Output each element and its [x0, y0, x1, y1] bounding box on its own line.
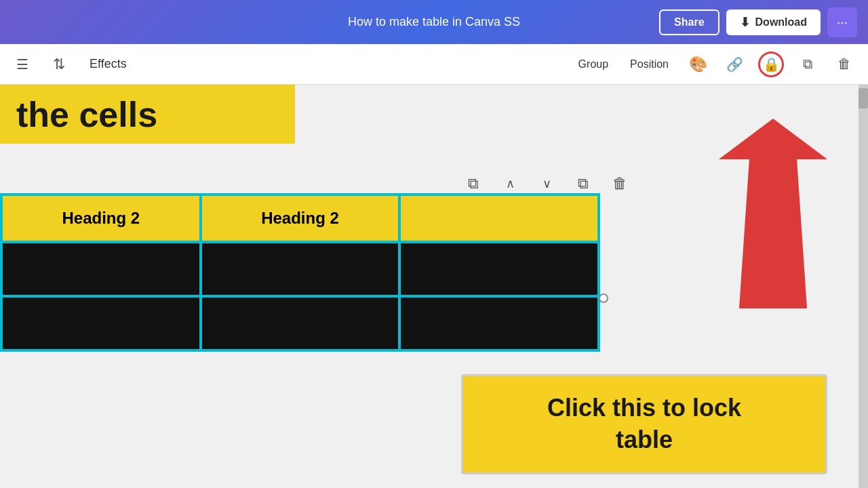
table-delete-icon: 🗑 [612, 175, 627, 192]
table-cell[interactable] [399, 296, 599, 350]
download-icon: ⬇ [740, 15, 750, 30]
more-options-button[interactable]: ··· [827, 7, 857, 37]
delete-icon-button[interactable]: 🗑 [831, 52, 857, 77]
toolbar: ☰ ⇅ Effects Group Position 🎨 🔗 🔒 ⧉ 🗑 [0, 44, 868, 85]
tooltip-text: Click this to lock table [547, 394, 741, 453]
position-button[interactable]: Position [625, 56, 674, 73]
table-cell[interactable]: Heading 2 [201, 195, 400, 242]
table-delete-icon-button[interactable]: 🗑 [608, 171, 632, 196]
menu-icon-button[interactable]: ☰ [11, 54, 34, 75]
copy-to-icon: ⧉ [803, 56, 812, 72]
scrollbar[interactable] [859, 85, 868, 488]
table-copy-icon-button[interactable]: ⧉ [461, 171, 486, 196]
topbar-title: How to make table in Canva SS [348, 15, 520, 29]
effects-button[interactable]: Effects [84, 54, 132, 74]
paint-icon: 🎨 [689, 56, 707, 73]
lock-icon-button[interactable]: 🔒 [758, 52, 784, 77]
download-button[interactable]: ⬇ Download [726, 9, 821, 35]
sort-icon: ⇅ [53, 56, 65, 73]
tooltip-box: Click this to lock table [461, 374, 827, 474]
svg-marker-1 [719, 119, 827, 308]
canvas: the cells ⧉ ∧ ∨ ⧉ 🗑 Heading 2 Heading 2 [0, 85, 868, 488]
table-duplicate-icon-button[interactable]: ⧉ [571, 171, 595, 196]
top-bar: How to make table in Canva SS Share ⬇ Do… [0, 0, 868, 44]
scrollbar-thumb[interactable] [859, 88, 868, 108]
selection-handle[interactable] [599, 293, 608, 303]
paint-icon-button[interactable]: 🎨 [685, 52, 711, 77]
link-icon-button[interactable]: 🔗 [722, 52, 747, 77]
table-row [1, 242, 599, 296]
group-button[interactable]: Group [573, 56, 614, 73]
red-arrow-annotation [692, 119, 827, 308]
yellow-header-bar: the cells [0, 85, 295, 144]
table-cell[interactable] [1, 296, 201, 350]
link-icon: 🔗 [726, 56, 743, 73]
share-button[interactable]: Share [659, 9, 719, 35]
table-copy-icon: ⧉ [468, 175, 479, 192]
menu-icon: ☰ [16, 56, 28, 73]
table-row: Heading 2 Heading 2 [1, 195, 599, 242]
cell-text-heading2-1: Heading 2 [62, 209, 140, 228]
table-down-icon-button[interactable]: ∨ [534, 171, 559, 196]
table-cell[interactable] [201, 296, 400, 350]
copy-to-icon-button[interactable]: ⧉ [795, 52, 821, 77]
table-up-icon: ∧ [506, 176, 515, 191]
table-cell[interactable] [201, 242, 400, 296]
header-text: the cells [16, 94, 157, 135]
download-label: Download [755, 16, 807, 28]
table-cell[interactable] [399, 195, 599, 242]
table-cell[interactable] [1, 242, 201, 296]
table-element-toolbar: ⧉ ∧ ∨ ⧉ 🗑 [461, 171, 632, 196]
toolbar-right: Group Position 🎨 🔗 🔒 ⧉ 🗑 [573, 52, 857, 77]
table[interactable]: Heading 2 Heading 2 [0, 193, 600, 352]
table-up-icon-button[interactable]: ∧ [498, 171, 522, 196]
table-down-icon: ∨ [542, 176, 551, 191]
cell-text-heading2-2: Heading 2 [261, 209, 339, 228]
sort-icon-button[interactable]: ⇅ [47, 53, 71, 76]
topbar-right-actions: Share ⬇ Download ··· [659, 7, 857, 37]
lock-icon: 🔒 [763, 56, 780, 73]
delete-icon: 🗑 [837, 56, 851, 72]
table-duplicate-icon: ⧉ [578, 175, 589, 192]
table-cell[interactable]: Heading 2 [1, 195, 201, 242]
table-cell[interactable] [399, 242, 599, 296]
table-row [1, 296, 599, 350]
